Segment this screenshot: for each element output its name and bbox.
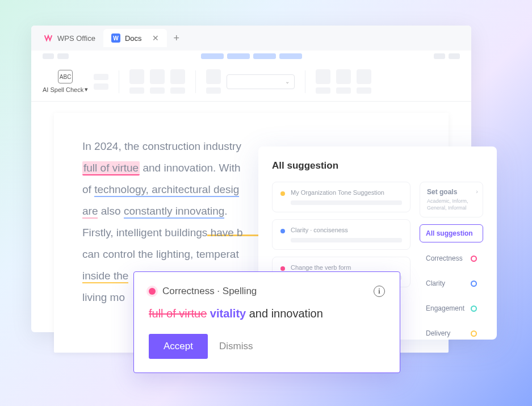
docs-icon: W	[111, 34, 120, 43]
spellcheck-icon: ABC	[58, 70, 73, 83]
panel-title: All suggestion	[272, 160, 483, 171]
dismiss-button[interactable]: Dismiss	[219, 341, 253, 352]
tab-bar: WPS Office W Docs ✕ +	[31, 26, 471, 51]
info-icon[interactable]: i	[374, 286, 385, 297]
filter-sidebar: Set goals Academic, Inform, General, Inf…	[420, 182, 483, 342]
category-dot-icon	[280, 266, 285, 271]
close-icon[interactable]: ✕	[152, 34, 159, 43]
suggestion-item[interactable]: My Organization Tone Suggestion	[272, 182, 410, 212]
category-dot-icon	[280, 229, 285, 233]
category-circle-icon	[471, 256, 477, 262]
underline-pink[interactable]: are	[82, 205, 98, 219]
set-goals-button[interactable]: Set goals Academic, Inform, General, Inf…	[420, 182, 483, 217]
strike-text: full of virtue	[149, 307, 207, 320]
correction-category: Correctness · Spelling	[162, 286, 367, 297]
tab-label: Docs	[125, 34, 142, 43]
filter-delivery[interactable]: Delivery	[420, 324, 483, 342]
suggestion-item[interactable]: Clarity · conciseness	[272, 219, 410, 250]
underline-clarity[interactable]: constantly innovating	[124, 205, 224, 219]
replacement-text: vitality	[210, 307, 246, 320]
category-circle-icon	[471, 281, 477, 287]
tab-label: WPS Office	[57, 34, 95, 43]
correctness-dot-icon	[149, 288, 156, 295]
wps-logo-icon	[44, 34, 53, 43]
category-circle-icon	[471, 330, 477, 337]
ribbon-dropdown[interactable]: ⌄	[227, 74, 295, 89]
category-dot-icon	[280, 191, 285, 196]
correction-text: full of virtue vitality and innovation	[149, 307, 385, 320]
filter-all[interactable]: All suggestion	[420, 224, 483, 242]
suggestion-item-title: Clarity · conciseness	[291, 227, 402, 233]
category-circle-icon	[471, 305, 477, 312]
correction-card: Correctness · Spelling i full of virtue …	[133, 271, 400, 373]
chevron-right-icon: ›	[476, 188, 478, 195]
ribbon-toolbar: ABC AI Spell Check ▾ ⌄	[31, 62, 471, 102]
chevron-down-icon: ⌄	[285, 78, 290, 85]
filter-clarity[interactable]: Clarity	[420, 274, 483, 292]
tab-wps[interactable]: WPS Office	[36, 29, 103, 47]
menu-bar-placeholder	[31, 51, 471, 62]
tab-docs[interactable]: W Docs ✕	[103, 29, 167, 47]
underline-yellow[interactable]: inside the	[82, 270, 128, 283]
highlight-error[interactable]: full of virtue	[82, 161, 140, 175]
chevron-down-icon: ▾	[85, 86, 88, 93]
filter-correctness[interactable]: Correctness	[420, 249, 483, 267]
goals-subtitle: Academic, Inform, General, Informal	[427, 198, 476, 211]
suggestion-item-title: My Organization Tone Suggestion	[291, 189, 402, 196]
underline-clarity[interactable]: technology, architectural desig	[94, 183, 239, 197]
ai-spell-label: AI Spell Check	[43, 86, 83, 93]
goals-title: Set goals	[427, 188, 476, 196]
ai-spell-check-button[interactable]: ABC AI Spell Check ▾	[43, 70, 88, 93]
suggestion-item-title: Change the verb form	[291, 264, 402, 271]
accept-button[interactable]: Accept	[149, 334, 208, 359]
add-tab-button[interactable]: +	[167, 32, 187, 44]
filter-engagement[interactable]: Engagement	[420, 299, 483, 317]
